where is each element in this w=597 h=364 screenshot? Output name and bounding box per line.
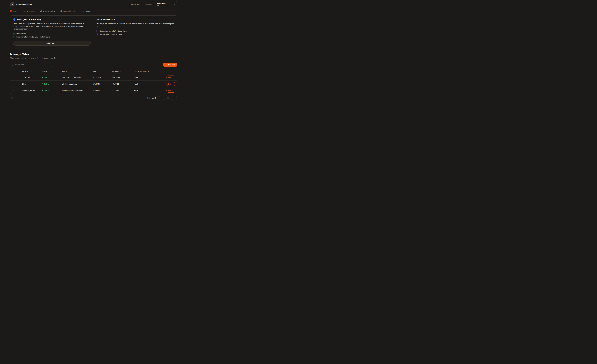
site-name: Office: [22, 83, 42, 85]
tab-users-roles[interactable]: Users & Roles: [40, 8, 55, 14]
feature-label: Runs in Docker: [16, 33, 28, 34]
newt-feature-list: Runs in Docker Runs in shell on macOS, L…: [13, 32, 91, 39]
waypoints-icon: [23, 10, 25, 12]
column-label: Data Out: [112, 71, 119, 72]
wireguard-feature-list: Compatible with all WireGuard clients Ma…: [96, 29, 174, 36]
row-menu-icon[interactable]: [13, 76, 16, 79]
avatar-initial: J: [12, 3, 13, 5]
connection-type-value: Newt: [134, 83, 158, 85]
sort-icon: [65, 71, 67, 72]
first-page-button[interactable]: [159, 96, 163, 100]
column-header-online[interactable]: Online: [42, 71, 62, 72]
edit-button[interactable]: Edit: [166, 75, 175, 79]
globe-icon: [13, 18, 16, 21]
column-label: Online: [42, 71, 47, 72]
plus-icon: [165, 64, 167, 66]
newt-description: For the best user experience, use Newt. …: [13, 23, 91, 30]
sort-icon: [120, 71, 121, 72]
install-newt-button[interactable]: Install Newt: [13, 41, 91, 46]
user-email: joe@example.com: [16, 3, 32, 5]
tab-sites[interactable]: Sites: [10, 8, 17, 14]
data-in-value: 123.46 GB: [93, 83, 112, 85]
server-icon: [13, 36, 15, 38]
column-header-connection-type[interactable]: Connection Type: [134, 71, 158, 72]
column-header-site[interactable]: Site: [62, 71, 93, 72]
table-row: Secondary Office Online close-dermophis-…: [10, 87, 177, 94]
data-out-value: 234.14 MB: [112, 76, 134, 78]
add-site-button[interactable]: Add Site: [163, 63, 177, 67]
connection-type-value: Newt: [134, 76, 158, 78]
column-label: Site: [62, 71, 65, 72]
data-out-value: 43.10 MB: [112, 90, 134, 92]
last-page-button[interactable]: [173, 96, 177, 100]
table-row: Office Online jolly-long-tailed-mole 123…: [10, 81, 177, 87]
avatar[interactable]: J: [10, 2, 15, 7]
tab-resources[interactable]: Resources: [23, 8, 35, 14]
sort-icon: [147, 71, 149, 72]
column-header-name[interactable]: Name: [22, 71, 42, 72]
column-header-data-out[interactable]: Data Out: [112, 71, 134, 72]
data-out-value: 46.07 GB: [112, 83, 134, 85]
page-title: Manage Sites: [10, 53, 177, 56]
feature-item: Runs in Docker: [13, 32, 91, 35]
edit-button[interactable]: Edit: [166, 89, 175, 93]
site-name: Home Lab: [22, 76, 42, 78]
row-menu-icon[interactable]: [13, 82, 16, 85]
arrow-right-icon: [172, 90, 174, 91]
row-menu-icon[interactable]: [13, 89, 16, 92]
topbar: J joe@example.com Documentation Support …: [10, 0, 177, 8]
column-header-data-in[interactable]: Data In: [93, 71, 112, 72]
newt-title: Newt (Recommended): [17, 18, 41, 21]
arrow-right-icon: [172, 76, 174, 78]
server-icon: [96, 30, 98, 32]
page-subtitle: Allow connectivity to your network throu…: [10, 57, 177, 59]
gear-icon: [82, 10, 84, 12]
feature-label: Manual configuration required: [100, 33, 122, 35]
close-icon[interactable]: [172, 17, 175, 20]
sites-table: Name Online Site Data In Data Out Connec…: [10, 69, 177, 94]
table-row: Home Lab Online illustrious-sunbeam-snak…: [10, 74, 177, 81]
feature-label: Runs in shell on macOS, Linux, and Windo…: [16, 36, 50, 38]
status-label: Online: [44, 90, 49, 92]
support-link[interactable]: Support: [145, 3, 152, 5]
server-icon: [13, 33, 15, 34]
feature-item: Compatible with all WireGuard clients: [96, 29, 174, 33]
search-input[interactable]: [15, 64, 50, 66]
organization-selector[interactable]: Organization Lab: [155, 1, 177, 7]
tab-label: Users & Roles: [43, 10, 55, 12]
table-header-row: Name Online Site Data In Data Out Connec…: [10, 69, 177, 74]
wireguard-title: Basic WireGuard: [96, 18, 115, 21]
page-size-select[interactable]: 20: [10, 96, 17, 100]
edit-button[interactable]: Edit: [166, 82, 175, 86]
arrow-right-icon: [172, 83, 174, 85]
previous-page-button[interactable]: [164, 96, 168, 100]
online-dot-icon: [42, 77, 43, 78]
site-slug: jolly-long-tailed-mole: [62, 83, 93, 85]
data-in-value: 75.13 MB: [93, 90, 112, 92]
column-label: Data In: [93, 71, 98, 72]
status-label: Online: [44, 76, 49, 78]
edit-label: Edit: [168, 76, 171, 78]
status-badge: Online: [42, 90, 62, 92]
status-badge: Online: [42, 76, 62, 78]
wireguard-description: Use any WireGuard client to connect. You…: [96, 23, 174, 28]
tab-label: General: [85, 10, 91, 12]
feature-item: Runs in shell on macOS, Linux, and Windo…: [13, 35, 91, 39]
chevron-left-icon: [165, 97, 166, 99]
newt-column: Newt (Recommended) For the best user exp…: [13, 18, 91, 46]
tab-general[interactable]: General: [82, 8, 92, 14]
next-page-button[interactable]: [168, 96, 173, 100]
column-label: Name: [22, 71, 26, 72]
tab-shareable-links[interactable]: Shareable Links: [60, 8, 77, 14]
arrow-right-icon: [56, 42, 58, 44]
pagination-bar: 20 Page 1 of 1: [10, 96, 177, 100]
table-controls: Add Site: [10, 63, 177, 67]
sort-icon: [27, 71, 29, 72]
page-size-value: 20: [11, 97, 13, 99]
documentation-link[interactable]: Documentation: [130, 3, 142, 5]
server-icon: [96, 33, 98, 35]
search-box: [10, 63, 52, 67]
users-icon: [40, 10, 42, 12]
data-in-value: 101.12 MB: [93, 76, 112, 78]
page-info: Page 1 of 1: [147, 97, 156, 99]
